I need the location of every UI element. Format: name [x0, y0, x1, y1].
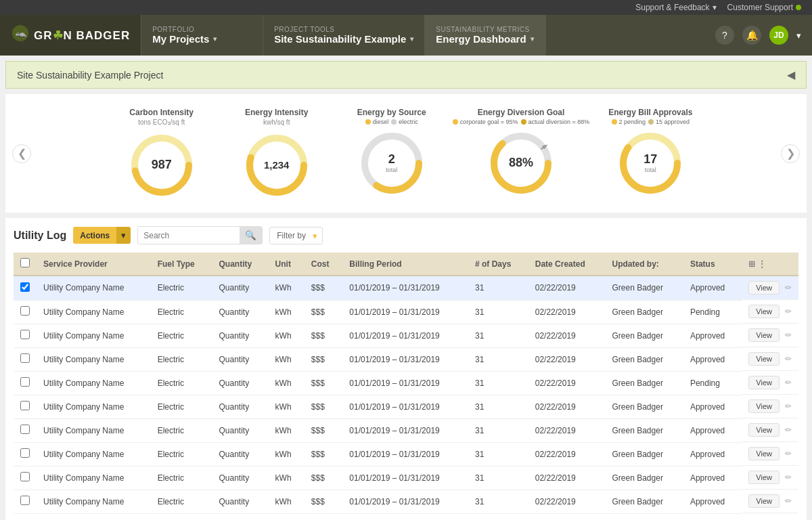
- actions-button[interactable]: Actions: [73, 227, 116, 244]
- customer-support-text: Customer Support: [727, 3, 793, 12]
- metrics-prev-button[interactable]: ❮: [12, 144, 31, 163]
- user-dropdown-arrow[interactable]: ▾: [796, 30, 801, 41]
- metrics-next-button[interactable]: ❯: [781, 144, 800, 163]
- actions-dropdown-button[interactable]: ▾: [116, 227, 131, 244]
- th-billing-period[interactable]: Billing Period: [342, 253, 468, 276]
- row-checkbox-cell[interactable]: [14, 418, 37, 442]
- legend-pending: 2 pending: [612, 118, 646, 125]
- th-fuel-type[interactable]: Fuel Type: [151, 253, 212, 276]
- row-actions: View ✏: [742, 347, 798, 371]
- view-button[interactable]: View: [748, 447, 780, 460]
- row-checkbox[interactable]: [20, 401, 30, 410]
- row-checkbox-cell[interactable]: [14, 490, 37, 513]
- row-checkbox[interactable]: [20, 330, 30, 339]
- view-button[interactable]: View: [748, 471, 780, 484]
- row-checkbox[interactable]: [20, 306, 30, 316]
- user-avatar[interactable]: JD: [769, 26, 788, 45]
- banner-collapse-arrow[interactable]: ◀: [787, 68, 795, 81]
- column-more-icon[interactable]: ⋮: [758, 259, 766, 269]
- row-unit: kWh: [269, 347, 304, 371]
- row-checkbox-cell[interactable]: [14, 347, 37, 371]
- edit-icon[interactable]: ✏: [785, 496, 792, 506]
- edit-icon[interactable]: ✏: [785, 354, 792, 364]
- energy-source-donut: 2 total: [358, 129, 426, 197]
- row-checkbox[interactable]: [20, 472, 30, 481]
- view-button[interactable]: View: [748, 494, 780, 508]
- row-checkbox-cell[interactable]: [14, 300, 37, 324]
- th-status[interactable]: Status: [683, 253, 742, 276]
- row-checkbox-cell[interactable]: [14, 395, 37, 418]
- view-button[interactable]: View: [748, 328, 780, 342]
- search-button[interactable]: 🔍: [240, 227, 262, 244]
- notification-button[interactable]: 🔔: [742, 26, 761, 45]
- row-checkbox-cell[interactable]: [14, 276, 37, 300]
- row-checkbox[interactable]: [20, 282, 30, 292]
- edit-icon[interactable]: ✏: [785, 425, 792, 435]
- support-feedback-link[interactable]: Support & Feedback ▾: [635, 3, 716, 12]
- row-cost: $$$: [304, 276, 342, 300]
- row-days: 31: [468, 490, 528, 513]
- column-settings-icon[interactable]: ⊞: [748, 259, 755, 269]
- th-quantity[interactable]: Quantity: [212, 253, 269, 276]
- row-checkbox[interactable]: [20, 377, 30, 387]
- edit-icon[interactable]: ✏: [785, 330, 792, 340]
- row-checkbox-cell[interactable]: [14, 371, 37, 395]
- sustainability-nav[interactable]: Sustainability Metrics Energy Dashboard …: [424, 15, 546, 56]
- edit-icon[interactable]: ✏: [785, 402, 792, 411]
- row-date-created: 02/22/2019: [528, 490, 606, 513]
- row-fuel-type: Electric: [151, 442, 212, 466]
- edit-icon[interactable]: ✏: [785, 473, 792, 482]
- customer-support-link[interactable]: Customer Support: [727, 3, 801, 12]
- energy-diversion-legend: corporate goal = 95% actual diversion = …: [453, 118, 590, 125]
- th-settings: ⊞ ⋮: [742, 253, 798, 276]
- filter-select[interactable]: Filter by: [269, 227, 323, 244]
- energy-approvals-donut: 17 total: [616, 129, 684, 197]
- edit-icon[interactable]: ✏: [785, 378, 792, 387]
- row-actions: View ✏: [742, 276, 798, 300]
- th-cost[interactable]: Cost: [304, 253, 342, 276]
- project-banner: Site Sustainability Example Project ◀: [5, 61, 807, 89]
- row-date-created: 02/22/2019: [528, 395, 606, 418]
- th-service-provider[interactable]: Service Provider: [37, 253, 151, 276]
- row-updated-by: Green Badger: [606, 371, 683, 395]
- energy-diversion-title: Energy Diversion Goal: [478, 108, 565, 117]
- view-button[interactable]: View: [748, 376, 780, 389]
- edit-icon[interactable]: ✏: [785, 449, 792, 458]
- row-days: 31: [468, 324, 528, 347]
- row-checkbox-cell[interactable]: [14, 466, 37, 490]
- row-unit: kWh: [269, 466, 304, 490]
- select-all-checkbox[interactable]: [20, 258, 30, 267]
- view-button[interactable]: View: [748, 399, 780, 413]
- search-input[interactable]: [138, 228, 240, 244]
- row-checkbox[interactable]: [20, 353, 30, 363]
- energy-diversion-card: Energy Diversion Goal corporate goal = 9…: [453, 108, 590, 199]
- energy-approvals-legend: 2 pending 15 approved: [612, 118, 690, 125]
- project-tools-nav[interactable]: Project Tools Site Sustainability Exampl…: [263, 15, 424, 56]
- row-billing-period: 01/01/2019 – 01/31/2019: [342, 418, 468, 442]
- view-button[interactable]: View: [748, 305, 780, 318]
- row-date-created: 02/22/2019: [528, 347, 606, 371]
- row-checkbox[interactable]: [20, 425, 30, 434]
- row-checkbox[interactable]: [20, 448, 30, 458]
- help-button[interactable]: ?: [715, 26, 734, 45]
- th-date-created[interactable]: Date Created: [528, 253, 606, 276]
- row-checkbox-cell[interactable]: [14, 324, 37, 347]
- energy-source-value: 2 total: [386, 153, 397, 173]
- view-button[interactable]: View: [748, 352, 780, 366]
- table-header: Service Provider Fuel Type Quantity Unit…: [14, 253, 798, 276]
- edit-icon[interactable]: ✏: [785, 283, 792, 292]
- table-row: Utility Company Name Electric Quantity k…: [14, 276, 798, 300]
- row-date-created: 02/22/2019: [528, 418, 606, 442]
- edit-icon[interactable]: ✏: [785, 307, 792, 316]
- th-days[interactable]: # of Days: [468, 253, 528, 276]
- view-button[interactable]: View: [748, 423, 780, 437]
- row-checkbox-cell[interactable]: [14, 442, 37, 466]
- row-fuel-type: Electric: [151, 324, 212, 347]
- th-updated-by[interactable]: Updated by:: [606, 253, 683, 276]
- sustainability-value: Energy Dashboard ▾: [436, 33, 535, 45]
- view-button[interactable]: View: [748, 281, 780, 295]
- th-unit[interactable]: Unit: [269, 253, 304, 276]
- row-checkbox[interactable]: [20, 496, 30, 505]
- portfolio-nav[interactable]: Portfolio My Projects ▾: [141, 15, 263, 56]
- row-cost: $$$: [304, 371, 342, 395]
